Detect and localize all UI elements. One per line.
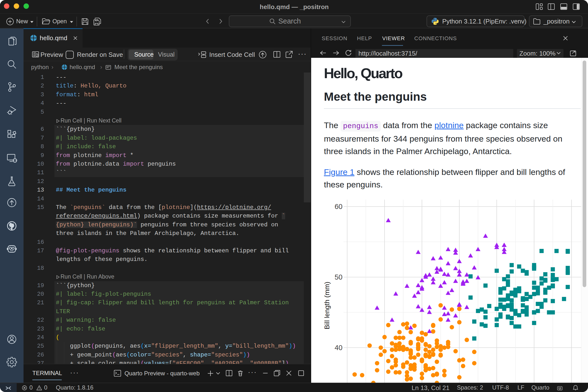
svg-text:Bill length (mm): Bill length (mm) <box>323 282 331 329</box>
svg-text:50: 50 <box>335 273 342 281</box>
svg-text:60: 60 <box>335 202 342 210</box>
svg-text:40: 40 <box>335 344 342 352</box>
